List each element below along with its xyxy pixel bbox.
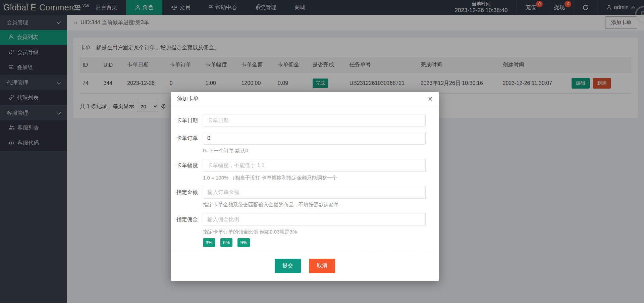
form-row-card-order: 卡单订单 0=下一个订单 默认0 xyxy=(171,132,439,154)
form-row-card-range: 卡单幅度 1.0 = 100% （相当于没打 卡单幅度和指定金额只能调整一个 xyxy=(171,159,439,181)
form-row-amount: 指定金额 指定卡单金额系统会匹配输入金额的商品，不填按照默认派单 xyxy=(171,186,439,208)
modal-header: 添加卡单 × xyxy=(171,92,439,106)
cancel-button[interactable]: 取消 xyxy=(309,259,335,273)
rate-9-badge[interactable]: 9% xyxy=(237,238,250,247)
quick-rate-badges: 3% 6% 9% xyxy=(203,238,426,247)
modal-title: 添加卡单 xyxy=(177,95,199,102)
commission-input[interactable] xyxy=(203,213,426,226)
form-row-card-date: 卡单日期 xyxy=(171,114,439,127)
amount-label: 指定金额 xyxy=(171,186,203,208)
amount-hint: 指定卡单金额系统会匹配输入金额的商品，不填按照默认派单 xyxy=(203,201,426,208)
card-range-input[interactable] xyxy=(203,159,426,172)
card-range-hint: 1.0 = 100% （相当于没打 卡单幅度和指定金额只能调整一个 xyxy=(203,174,426,181)
rate-3-badge[interactable]: 3% xyxy=(203,238,215,247)
rate-6-badge[interactable]: 6% xyxy=(220,238,232,247)
card-order-input[interactable] xyxy=(203,132,426,145)
commission-label: 指定佣金 xyxy=(171,213,203,247)
submit-button[interactable]: 提交 xyxy=(275,259,301,273)
amount-input[interactable] xyxy=(203,186,426,199)
card-range-label: 卡单幅度 xyxy=(171,159,203,181)
commission-hint: 指定卡单订单的佣金比例 例如0.03就是3% xyxy=(203,229,426,235)
add-card-order-modal: 添加卡单 × 卡单日期 卡单订单 0=下一个订单 默认0 卡单幅度 xyxy=(171,92,439,281)
modal-body: 卡单日期 卡单订单 0=下一个订单 默认0 卡单幅度 1.0 = 100% （相… xyxy=(171,106,439,281)
card-order-hint: 0=下一个订单 默认0 xyxy=(203,147,426,154)
form-row-commission: 指定佣金 指定卡单订单的佣金比例 例如0.03就是3% 3% 6% 9% xyxy=(171,213,439,247)
card-date-label: 卡单日期 xyxy=(171,114,203,127)
card-date-input[interactable] xyxy=(203,114,426,127)
close-icon[interactable]: × xyxy=(428,95,433,103)
modal-footer: 提交 取消 xyxy=(171,252,439,281)
app-root: Global E-CommerceV16 后台首页 角色 交易 帮助中心 系统管… xyxy=(0,0,644,303)
card-order-label: 卡单订单 xyxy=(171,132,203,154)
